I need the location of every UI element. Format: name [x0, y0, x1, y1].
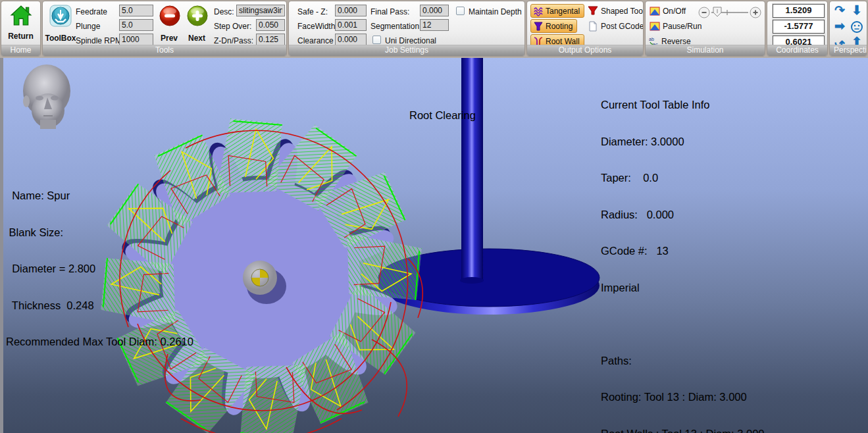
sim-pauserun-icon — [650, 21, 660, 32]
uni-directional-checkbox[interactable] — [372, 36, 381, 44]
blank-thickness-line: Thickness 0.248 — [6, 299, 193, 312]
ribbon-toolbar: Return Home ToolBox Feedrate Plunge Spin… — [0, 0, 868, 58]
tool-info-line: Diameter: 3.0000 — [601, 136, 834, 148]
coordinate-x-value: 1.5209 — [773, 4, 825, 18]
group-label-simulation: Simulation — [646, 45, 765, 56]
root-clearing-label: Root Clearing — [409, 109, 476, 122]
tool-info-line: GCode #: 13 — [601, 245, 834, 257]
recommended-diam-line: Recommended Max Tool Diam: 0.2610 — [6, 336, 193, 348]
svg-text:ab: ab — [649, 37, 654, 41]
toolbox-icon — [49, 5, 72, 27]
tool-info-line: Root Walls : Tool 13 : Diam: 3.000 — [601, 428, 834, 433]
sim-pauserun-label: Pause/Run — [663, 22, 702, 31]
ribbon-group-coordinates: 1.5209 -1.5777 0.6021 Coordinates — [767, 1, 828, 57]
feedrate-input[interactable] — [119, 5, 153, 16]
zdnpass-input[interactable] — [256, 34, 285, 45]
tool-info-line: Imperial — [601, 282, 834, 294]
tangental-toggle-button[interactable]: Tangental — [530, 4, 584, 18]
blank-info-block: Name: Spur Blank Size: Diameter = 2.800 … — [6, 165, 193, 372]
clipped-icon-1[interactable]: ↷ — [865, 3, 867, 18]
clipped-icon-2[interactable]: ➡ — [865, 19, 867, 34]
tool-info-line: Taper: 0.0 — [601, 172, 834, 184]
group-label-coordinates: Coordinates — [767, 45, 827, 56]
shaped-tool-label: Shaped Tool — [601, 7, 644, 16]
next-button[interactable]: Next — [184, 3, 210, 43]
rooting-icon — [533, 21, 544, 32]
ribbon-group-output-options: Tangental Rooting Root Wall Shaped T — [526, 1, 644, 57]
head-model — [23, 64, 70, 129]
ribbon-group-simulation: On/Off Pause/Run ab ac Reverse — [645, 1, 765, 57]
plunge-label: Plunge — [76, 22, 100, 31]
simulation-viewport[interactable]: Root Clearing Name: Spur Blank Size: Dia… — [0, 58, 868, 433]
post-gcode-button[interactable]: Post GCode — [588, 21, 644, 32]
toolbox-button[interactable]: ToolBox — [44, 3, 77, 43]
tangental-label: Tangental — [546, 7, 580, 16]
pan-right-icon[interactable]: ➡ — [832, 19, 847, 34]
tool-info-line: Current Tool Table Info — [601, 99, 834, 111]
maintain-depth-checkbox[interactable] — [456, 7, 465, 15]
reset-view-face-icon[interactable] — [850, 20, 863, 34]
safez-input[interactable] — [335, 5, 367, 16]
group-label-home: Home — [1, 45, 40, 56]
pan-down-icon[interactable]: ⬇ — [850, 3, 864, 18]
tool-info-block: Current Tool Table Info Diameter: 3.0000… — [601, 74, 834, 433]
cam-application-window: Return Home ToolBox Feedrate Plunge Spin… — [0, 0, 868, 433]
zdnpass-label: Z-Dn/Pass: — [214, 36, 253, 45]
finalpass-label: Final Pass: — [370, 7, 409, 16]
next-plus-icon — [186, 5, 209, 27]
sim-onoff-label: On/Off — [663, 7, 686, 16]
prev-button[interactable]: Prev — [156, 3, 182, 43]
desc-input[interactable] — [236, 5, 285, 16]
sim-onoff-icon — [650, 6, 660, 16]
tangental-icon — [533, 6, 544, 16]
segmentation-input[interactable] — [420, 19, 449, 31]
rooting-toggle-button[interactable]: Rooting — [530, 19, 577, 33]
ribbon-group-perspective: ↷ ⬇ ➡ ↷ ⬆ ↷ ➡ ↷ Perspective — [829, 1, 867, 57]
uni-directional-label: Uni Directional — [385, 36, 436, 45]
feedrate-label: Feedrate — [76, 7, 107, 16]
home-icon — [10, 5, 32, 27]
ribbon-group-tools: ToolBox Feedrate Plunge Spindle RPM Prev — [42, 1, 287, 57]
rpm-label: Spindle RPM — [76, 36, 122, 45]
saw-shaft — [461, 58, 483, 280]
clearance-input[interactable] — [335, 34, 367, 45]
safez-label: Safe - Z: — [297, 7, 328, 16]
return-label: Return — [1, 32, 40, 41]
blank-size-line: Blank Size: — [6, 226, 193, 239]
tool-info-line: Paths: — [601, 355, 834, 367]
sim-pauserun-button[interactable]: Pause/Run — [650, 21, 702, 32]
stepover-input[interactable] — [256, 19, 285, 31]
facewidth-label: FaceWidth — [297, 22, 335, 31]
shaped-tool-button[interactable]: Shaped Tool — [588, 6, 644, 16]
group-label-job-settings: Job Settings — [289, 45, 524, 56]
clearance-label: Clearance — [297, 36, 334, 45]
blank-name-line: Name: Spur — [6, 190, 193, 202]
next-label: Next — [184, 34, 210, 43]
stepover-label: Step Over: — [214, 22, 251, 31]
sim-speed-slider[interactable] — [698, 6, 761, 19]
blank-diameter-line: Diameter = 2.800 — [6, 263, 193, 275]
coordinate-y-value: -1.5777 — [773, 20, 825, 34]
prev-label: Prev — [156, 34, 182, 43]
group-label-perspective: Perspective — [830, 45, 867, 56]
finalpass-input[interactable] — [420, 5, 449, 16]
group-label-output-options: Output Options — [527, 45, 643, 56]
ribbon-group-home: Return Home — [1, 1, 41, 57]
prev-minus-icon — [159, 5, 181, 27]
segmentation-label: Segmentation — [370, 22, 419, 31]
tool-info-line — [601, 318, 834, 330]
rooting-label: Rooting — [546, 22, 573, 31]
post-gcode-icon — [588, 21, 598, 32]
facewidth-input[interactable] — [335, 19, 367, 31]
desc-label: Desc: — [214, 7, 234, 16]
tool-info-line: Radius: 0.000 — [601, 209, 834, 221]
shaped-tool-icon — [588, 6, 598, 16]
plunge-input[interactable] — [119, 19, 153, 31]
maintain-depth-label: Maintain Depth — [469, 7, 522, 16]
ribbon-group-job-settings: Safe - Z: FaceWidth Clearance Final Pass… — [288, 1, 525, 57]
rotate-cw-icon[interactable]: ↷ — [832, 3, 847, 18]
return-button[interactable]: Return — [1, 3, 40, 43]
group-label-tools: Tools — [43, 45, 286, 56]
sim-onoff-button[interactable]: On/Off — [650, 6, 686, 16]
spindle-rpm-input[interactable] — [119, 34, 153, 45]
